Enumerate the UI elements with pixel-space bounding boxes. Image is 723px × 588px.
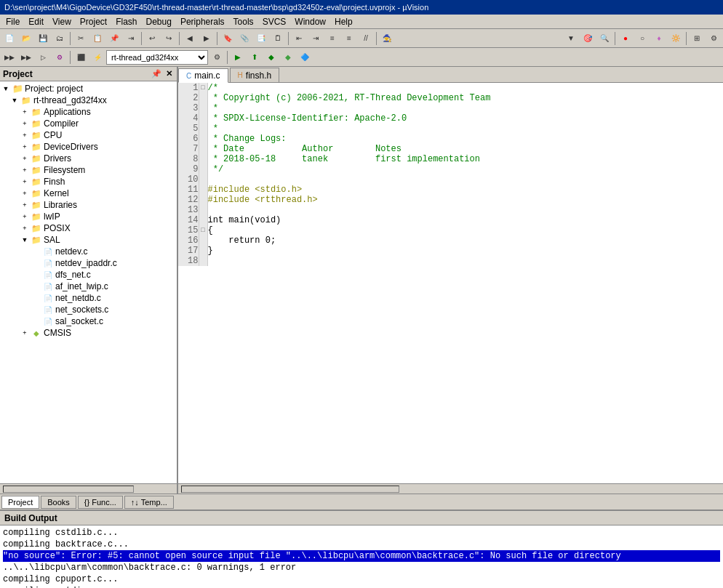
bottom-tab-func[interactable]: {} Func... <box>78 496 123 509</box>
cut-btn[interactable]: ✂ <box>73 31 89 47</box>
tree-lwip[interactable]: + 📁 lwIP <box>0 211 177 222</box>
tree-posix[interactable]: + 📁 POSIX <box>0 222 177 234</box>
target-btn[interactable]: 🎯 <box>580 31 596 47</box>
line-code-4[interactable]: * SPDX-License-Identifier: Apache-2.0 <box>207 113 723 124</box>
menu-item-file[interactable]: File <box>1 15 24 28</box>
editor-hscroll[interactable] <box>178 483 723 494</box>
bookmark3-btn[interactable]: 📑 <box>253 31 269 47</box>
tree-sal[interactable]: ▼ 📁 SAL <box>0 234 177 246</box>
debug2-btn[interactable]: ○ <box>634 31 650 47</box>
bottom-tab-books[interactable]: Books <box>41 496 76 509</box>
panel-close-icon[interactable]: ✕ <box>164 69 174 78</box>
back-btn[interactable]: ◀ <box>182 31 198 47</box>
tree-applications[interactable]: + 📁 Applications <box>0 106 177 118</box>
tree-root[interactable]: ▼ 📁 Project: project <box>0 83 177 94</box>
save-all-btn[interactable]: 🗂 <box>52 31 68 47</box>
tree-netdev-ip[interactable]: 📄 netdev_ipaddr.c <box>0 257 177 269</box>
line-code-6[interactable]: * Change Logs: <box>207 134 723 144</box>
line-code-13[interactable] <box>207 205 723 215</box>
save-btn[interactable]: 💾 <box>35 31 51 47</box>
menu-item-flash[interactable]: Flash <box>111 15 141 28</box>
wizard-btn[interactable]: 🧙 <box>379 31 395 47</box>
align-btn[interactable]: ≡ <box>324 31 340 47</box>
undo-btn[interactable]: ↩ <box>144 31 160 47</box>
line-code-16[interactable]: return 0; <box>207 235 723 246</box>
menu-item-help[interactable]: Help <box>330 15 357 28</box>
line-code-11[interactable]: #include <stdio.h> <box>207 185 723 195</box>
tree-net-sockets[interactable]: 📄 net_sockets.c <box>0 304 177 315</box>
line-code-14[interactable]: int main(void) <box>207 215 723 225</box>
line-code-2[interactable]: * Copyright (c) 2006-2021, RT-Thread Dev… <box>207 93 723 103</box>
align2-btn[interactable]: ≡ <box>341 31 357 47</box>
line-code-18[interactable] <box>207 256 723 266</box>
new-btn[interactable]: 📄 <box>1 31 17 47</box>
green-btn3[interactable]: ◆ <box>263 49 279 65</box>
tree-compiler[interactable]: + 📁 Compiler <box>0 118 177 129</box>
debug4-btn[interactable]: 🔆 <box>668 31 684 47</box>
tree-drivers[interactable]: + 📁 Drivers <box>0 153 177 164</box>
compile3-btn[interactable]: ▷ <box>35 49 51 65</box>
search-btn[interactable]: 🔍 <box>596 31 612 47</box>
menu-item-svcs[interactable]: SVCS <box>258 15 291 28</box>
paste-btn[interactable]: 📌 <box>106 31 122 47</box>
tab-finsh-h[interactable]: H finsh.h <box>230 68 280 82</box>
menu-item-tools[interactable]: Tools <box>229 15 258 28</box>
tree-finsh[interactable]: + 📁 Finsh <box>0 176 177 188</box>
bookmark2-btn[interactable]: 📎 <box>236 31 252 47</box>
code-editor[interactable]: 1□/*2 * Copyright (c) 2006-2021, RT-Thre… <box>178 83 723 483</box>
build-btn[interactable]: ⬛ <box>73 49 89 65</box>
line-fold-15[interactable]: □ <box>199 225 207 235</box>
compile-btn[interactable]: ▶▶ <box>1 49 17 65</box>
line-fold-1[interactable]: □ <box>199 83 207 93</box>
line-code-15[interactable]: { <box>207 225 723 235</box>
tree-cpu[interactable]: + 📁 CPU <box>0 129 177 141</box>
tree-netdev[interactable]: 📄 netdev.c <box>0 246 177 257</box>
debug1-btn[interactable]: ● <box>618 31 634 47</box>
forward-btn[interactable]: ▶ <box>199 31 215 47</box>
tree-filesystem[interactable]: + 📁 Filesystem <box>0 164 177 176</box>
compile2-btn[interactable]: ▶▶ <box>18 49 34 65</box>
indent-btn[interactable]: ⇥ <box>123 31 139 47</box>
target-dropdown[interactable]: rt-thread_gd32f4xx <box>106 50 208 65</box>
bookmark-btn[interactable]: 🔖 <box>220 31 236 47</box>
line-code-8[interactable]: * 2018-05-18 tanek first implementation <box>207 154 723 164</box>
tab-main-c[interactable]: C main.c <box>178 68 228 83</box>
bookmark4-btn[interactable]: 🗒 <box>270 31 286 47</box>
tree-sal-socket[interactable]: 📄 sal_socket.c <box>0 315 177 327</box>
line-code-12[interactable]: #include <rtthread.h> <box>207 195 723 205</box>
indent3-btn[interactable]: ⇥ <box>308 31 324 47</box>
menu-item-edit[interactable]: Edit <box>24 15 48 28</box>
window-btn[interactable]: ⊞ <box>689 31 705 47</box>
panel-pin-icon[interactable]: 📌 <box>150 69 163 78</box>
tree-libraries[interactable]: + 📁 Libraries <box>0 199 177 211</box>
editor-hscroll-track[interactable] <box>181 486 399 493</box>
line-code-3[interactable]: * <box>207 103 723 113</box>
line-code-9[interactable]: */ <box>207 164 723 174</box>
dropdown-arrow[interactable]: ▼ <box>563 31 579 47</box>
green-btn2[interactable]: ⬆ <box>247 49 263 65</box>
open-btn[interactable]: 📂 <box>18 31 34 47</box>
menu-item-debug[interactable]: Debug <box>142 15 176 28</box>
comment-btn[interactable]: // <box>358 31 374 47</box>
tree-af-inet[interactable]: 📄 af_inet_lwip.c <box>0 281 177 292</box>
redo-btn[interactable]: ↪ <box>161 31 177 47</box>
green-btn1[interactable]: ▶ <box>230 49 246 65</box>
line-code-17[interactable]: } <box>207 246 723 256</box>
panel-hscroll[interactable] <box>0 483 177 494</box>
target-settings[interactable]: ⚙ <box>209 49 225 65</box>
copy-btn[interactable]: 📋 <box>89 31 105 47</box>
tree-cmsis[interactable]: + ◆ CMSIS <box>0 327 177 339</box>
line-code-7[interactable]: * Date Author Notes <box>207 144 723 154</box>
tree-dfs-net[interactable]: 📄 dfs_net.c <box>0 269 177 281</box>
line-code-10[interactable] <box>207 174 723 185</box>
line-code-5[interactable]: * <box>207 124 723 134</box>
menu-item-window[interactable]: Window <box>290 15 330 28</box>
tree-net-netdb[interactable]: 📄 net_netdb.c <box>0 292 177 304</box>
green-btn5[interactable]: 🔷 <box>297 49 313 65</box>
debug3-btn[interactable]: ♦ <box>651 31 667 47</box>
settings-btn[interactable]: ⚙ <box>706 31 722 47</box>
menu-item-view[interactable]: View <box>48 15 76 28</box>
green-btn4[interactable]: ◆ <box>280 49 296 65</box>
menu-item-peripherals[interactable]: Peripherals <box>176 15 229 28</box>
tree-rt-thread[interactable]: ▼ 📁 rt-thread_gd32f4xx <box>0 94 177 106</box>
